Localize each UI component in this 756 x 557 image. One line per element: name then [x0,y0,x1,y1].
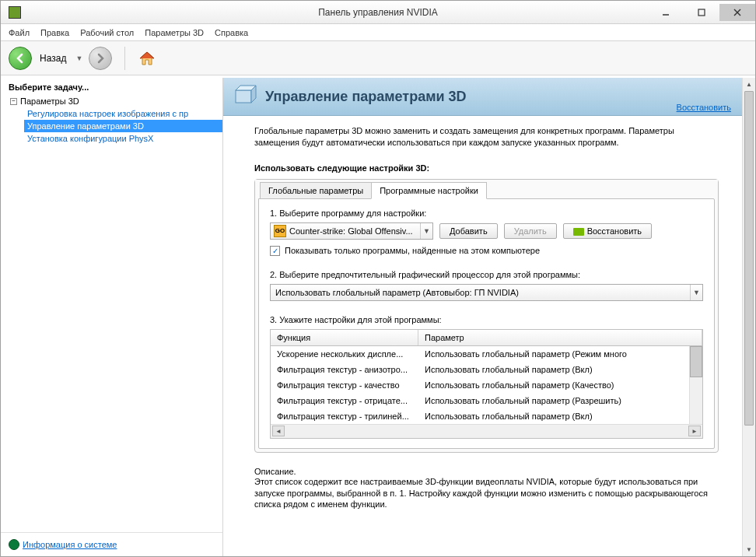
home-icon[interactable] [138,49,156,68]
cell-parameter: Использовать глобальный параметр (Вкл) [418,362,702,377]
menu-3d[interactable]: Параметры 3D [145,28,204,37]
description-section: Описание. Этот список содержит все настр… [223,462,742,516]
tab-body: 1. Выберите программу для настройки: GO … [258,198,715,449]
col-parameter[interactable]: Параметр [418,330,702,345]
show-only-row: ✓ Показывать только программы, найденные… [270,246,703,256]
table-vscrollbar[interactable] [689,346,702,424]
header-3d-icon [233,84,257,109]
table-header: Функция Параметр [271,330,702,346]
cell-function: Фильтрация текстур - качество [271,377,418,393]
maximize-button[interactable] [684,4,719,21]
back-dropdown[interactable]: ▼ [75,54,82,62]
cell-parameter: Использовать глобальный параметр (Режим … [418,346,702,362]
system-info-link[interactable]: Информация о системе [9,539,215,550]
program-combobox[interactable]: GO Counter-strike: Global Offensiv... ▼ [270,222,433,240]
nvidia-control-panel-window: Панель управления NVIDIA Файл Правка Раб… [0,0,756,557]
nvidia-logo-icon [573,228,584,236]
scroll-down-icon[interactable]: ▼ [743,543,755,556]
svg-rect-4 [236,90,251,103]
sidebar-title: Выберите задачу... [1,78,222,95]
back-button[interactable] [9,47,32,70]
toolbar: Назад ▼ [1,41,755,75]
program-row: GO Counter-strike: Global Offensiv... ▼ … [270,222,703,240]
step1-label: 1. Выберите программу для настройки: [270,208,703,218]
cell-parameter: Использовать глобальный параметр (Вкл) [418,408,702,424]
show-only-label: Показывать только программы, найденные н… [285,246,540,255]
scroll-left-icon[interactable]: ◄ [272,426,285,436]
table-hscrollbar[interactable]: ◄ ► [271,424,702,438]
gpu-value: Использовать глобальный параметр (Автовы… [271,288,690,297]
step2-label: 2. Выберите предпочтительный графический… [270,270,703,279]
arrow-left-icon [15,53,26,64]
description-text: Этот список содержит все настраиваемые 3… [254,476,719,511]
content-pane: Управление параметрами 3D Восстановить Г… [223,78,755,556]
settings-panel: Глобальные параметры Программные настрой… [254,179,719,453]
body-area: Выберите задачу... − Параметры 3D Регули… [1,75,755,556]
col-function[interactable]: Функция [271,330,418,345]
forward-button[interactable] [89,47,112,70]
window-title: Панель управления NVIDIA [318,7,438,18]
menu-desktop[interactable]: Рабочий стол [80,28,134,37]
table-row[interactable]: Фильтрация текстур - анизотро...Использо… [271,362,702,377]
scrollbar-thumb[interactable] [744,91,754,426]
menu-help[interactable]: Справка [215,28,248,37]
scroll-up-icon[interactable]: ▲ [743,78,755,91]
tree-root-3d[interactable]: − Параметры 3D [10,95,222,107]
settings-table: Функция Параметр Ускорение нескольких ди… [270,329,703,439]
tree-item-image-settings[interactable]: Регулировка настроек изображения с пр [24,107,222,120]
sidebar-footer: Информация о системе [1,532,222,556]
menu-file[interactable]: Файл [9,28,30,37]
chevron-down-icon: ▼ [690,285,702,300]
cell-function: Ускорение нескольких диспле... [271,346,418,362]
add-button[interactable]: Добавить [439,223,498,239]
remove-button[interactable]: Удалить [504,223,557,239]
task-tree: − Параметры 3D Регулировка настроек изоб… [1,95,222,145]
chevron-down-icon: ▼ [420,223,432,239]
menu-edit[interactable]: Правка [40,28,69,37]
table-row[interactable]: Фильтрация текстур - отрицате...Использо… [271,393,702,408]
content-header: Управление параметрами 3D Восстановить [223,78,742,116]
restore-defaults-link[interactable]: Восстановить [677,103,731,112]
tabs: Глобальные параметры Программные настрой… [255,180,718,198]
table-row[interactable]: Фильтрация текстур - трилиней...Использо… [271,408,702,424]
tree-item-physx[interactable]: Установка конфигурации PhysX [24,132,222,145]
cell-parameter: Использовать глобальный параметр (Качест… [418,377,702,393]
tab-program[interactable]: Программные настройки [371,182,487,199]
back-label: Назад [40,53,66,64]
scrollbar-track[interactable] [743,91,755,543]
use-settings-label: Использовать следующие настройки 3D: [254,163,719,173]
scroll-right-icon[interactable]: ► [688,426,701,436]
info-icon [9,539,19,550]
tab-global[interactable]: Глобальные параметры [260,182,372,199]
tree-collapse-icon[interactable]: − [10,98,17,105]
scrollbar-thumb[interactable] [690,346,702,377]
cell-function: Фильтрация текстур - отрицате... [271,393,418,408]
gpu-combobox[interactable]: Использовать глобальный параметр (Автовы… [270,284,703,301]
close-button[interactable] [719,4,755,21]
table-row[interactable]: Ускорение нескольких диспле...Использова… [271,346,702,362]
page-title: Управление параметрами 3D [265,89,467,105]
tree-item-manage-3d[interactable]: Управление параметрами 3D [24,120,222,132]
table-row[interactable]: Фильтрация текстур - качествоИспользоват… [271,377,702,393]
intro-text: Глобальные параметры 3D можно заменить и… [254,125,719,149]
arrow-right-icon [95,53,106,64]
sidebar: Выберите задачу... − Параметры 3D Регули… [1,78,223,556]
system-info-label: Информация о системе [23,540,117,549]
cell-function: Фильтрация текстур - анизотро... [271,362,418,377]
show-only-checkbox[interactable]: ✓ [270,246,280,256]
app-icon: GO [274,225,286,237]
step3-label: 3. Укажите настройки для этой программы: [270,315,703,324]
minimize-button[interactable] [648,4,684,21]
titlebar: Панель управления NVIDIA [1,1,755,24]
content-vscrollbar[interactable]: ▲ ▼ [742,78,755,556]
window-controls [648,4,755,21]
tree-root-label: Параметры 3D [20,96,79,106]
toolbar-divider [124,47,125,70]
svg-rect-1 [698,9,705,16]
description-title: Описание. [254,467,719,476]
cell-parameter: Использовать глобальный параметр (Разреш… [418,393,702,408]
restore-button[interactable]: Восстановить [563,223,652,239]
menubar: Файл Правка Рабочий стол Параметры 3D Сп… [1,24,755,41]
cell-function: Фильтрация текстур - трилиней... [271,408,418,424]
program-value: Counter-strike: Global Offensiv... [289,226,420,236]
